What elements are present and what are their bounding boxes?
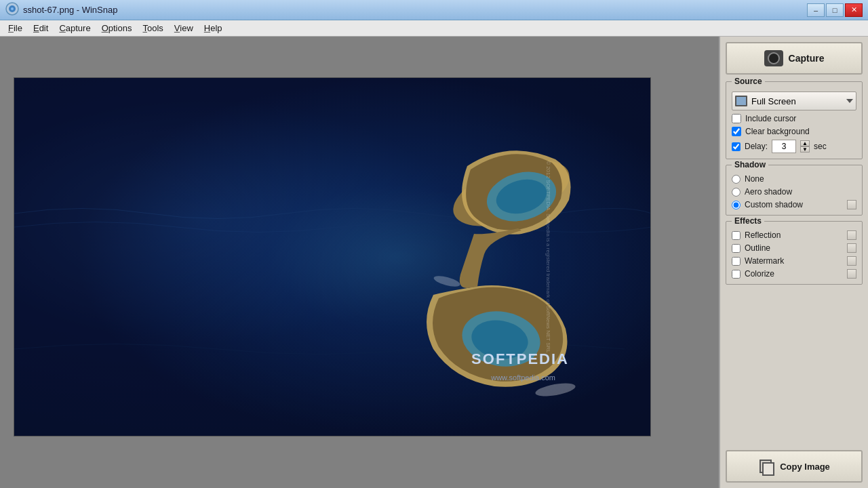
watermark-checkbox[interactable] <box>732 257 741 266</box>
menu-view[interactable]: View <box>169 22 199 35</box>
effects-section: Effects Reflection Outline Watermark Col… <box>726 221 863 285</box>
close-button[interactable]: ✕ <box>845 3 863 17</box>
shadow-custom-radio[interactable] <box>732 201 741 209</box>
delay-unit-label: sec <box>814 142 827 151</box>
monitor-icon <box>735 96 747 106</box>
shadow-section-label: Shadow <box>732 160 768 169</box>
clear-background-row: Clear background <box>732 127 856 136</box>
include-cursor-label: Include cursor <box>745 114 796 123</box>
reflection-settings-button[interactable] <box>847 230 856 240</box>
titlebar-controls: – □ ✕ <box>807 3 863 17</box>
watermark-settings-button[interactable] <box>847 256 856 266</box>
shadow-none-label: None <box>745 174 764 184</box>
vertical-watermark: © 2012 SOFTPEDIA. Softpedia is a registe… <box>546 161 552 353</box>
menu-edit[interactable]: Edit <box>28 22 54 35</box>
shadow-custom-row: Custom shadow <box>732 200 856 209</box>
watermark-row: Watermark <box>732 256 856 266</box>
watermark-label: Watermark <box>745 256 784 266</box>
softpedia-url: www.softpedia.com <box>491 373 555 382</box>
colorize-label: Colorize <box>745 269 774 279</box>
capture-button[interactable]: Capture <box>726 42 863 75</box>
softpedia-watermark: SOFTPEDIA <box>471 350 569 368</box>
dropdown-arrow-icon <box>846 99 853 103</box>
outline-settings-button[interactable] <box>847 243 856 253</box>
camera-icon <box>764 50 783 66</box>
source-dropdown[interactable]: Full Screen <box>732 92 856 110</box>
outline-row: Outline <box>732 243 856 253</box>
delay-down-button[interactable]: ▼ <box>800 146 810 152</box>
include-cursor-checkbox[interactable] <box>732 114 741 123</box>
svg-point-9 <box>534 381 576 399</box>
shadow-none-radio[interactable] <box>732 175 741 184</box>
delay-row: Delay: ▲ ▼ sec <box>732 140 856 153</box>
reflection-checkbox[interactable] <box>732 231 741 240</box>
delay-checkbox[interactable] <box>732 142 741 151</box>
restore-button[interactable]: □ <box>826 3 844 17</box>
shadow-custom-label: Custom shadow <box>745 200 803 209</box>
copy-image-label: Copy Image <box>780 462 830 472</box>
svg-point-10 <box>433 274 461 289</box>
source-section-label: Source <box>732 77 765 86</box>
shadow-custom-settings-button[interactable] <box>847 200 856 209</box>
delay-input[interactable] <box>772 140 796 153</box>
capture-button-label: Capture <box>789 53 825 64</box>
reflection-row: Reflection <box>732 230 856 240</box>
svg-point-2 <box>11 7 14 10</box>
menu-capture[interactable]: Capture <box>54 22 96 35</box>
shadow-aero-radio[interactable] <box>732 188 741 197</box>
effects-section-label: Effects <box>732 216 764 226</box>
shadow-aero-label: Aero shadow <box>745 187 792 197</box>
app-logo-icon <box>5 2 19 18</box>
menu-options[interactable]: Options <box>96 22 138 35</box>
colorize-row: Colorize <box>732 269 856 279</box>
minimize-button[interactable]: – <box>807 3 825 17</box>
reflection-label: Reflection <box>745 230 781 240</box>
clear-background-label: Clear background <box>745 127 810 136</box>
clear-background-checkbox[interactable] <box>732 127 741 136</box>
screenshot-container: SOFTPEDIA www.softpedia.com © 2012 SOFTP… <box>14 77 651 436</box>
window-title: sshot-67.png - WinSnap <box>23 5 117 15</box>
copy-image-button[interactable]: Copy Image <box>726 450 863 483</box>
colorize-settings-button[interactable] <box>847 269 856 279</box>
menu-file[interactable]: File <box>3 22 28 35</box>
shadow-none-row: None <box>732 174 856 184</box>
delay-up-button[interactable]: ▲ <box>800 140 810 146</box>
right-panel: Capture Source Full Screen Include curso… <box>719 37 868 488</box>
delay-label: Delay: <box>745 142 768 151</box>
main-area: SOFTPEDIA www.softpedia.com © 2012 SOFTP… <box>0 37 868 488</box>
delay-spinner: ▲ ▼ <box>800 140 810 152</box>
source-selected-value: Full Screen <box>751 96 796 106</box>
outline-checkbox[interactable] <box>732 244 741 253</box>
colorize-checkbox[interactable] <box>732 270 741 279</box>
outline-label: Outline <box>745 243 770 253</box>
capture-button-container: Capture <box>726 42 863 75</box>
menubar: File Edit Capture Options Tools View Hel… <box>0 20 868 37</box>
copy-icon <box>758 458 774 474</box>
source-section: Source Full Screen Include cursor Clear … <box>726 81 863 159</box>
titlebar-left: sshot-67.png - WinSnap <box>5 2 117 18</box>
canvas-area: SOFTPEDIA www.softpedia.com © 2012 SOFTP… <box>0 37 719 488</box>
titlebar: sshot-67.png - WinSnap – □ ✕ <box>0 0 868 20</box>
shadow-aero-row: Aero shadow <box>732 187 856 197</box>
include-cursor-row: Include cursor <box>732 114 856 123</box>
screenshot-image: SOFTPEDIA www.softpedia.com © 2012 SOFTP… <box>14 78 650 436</box>
menu-tools[interactable]: Tools <box>137 22 168 35</box>
shadow-section: Shadow None Aero shadow Custom shadow <box>726 165 863 216</box>
menu-help[interactable]: Help <box>199 22 228 35</box>
